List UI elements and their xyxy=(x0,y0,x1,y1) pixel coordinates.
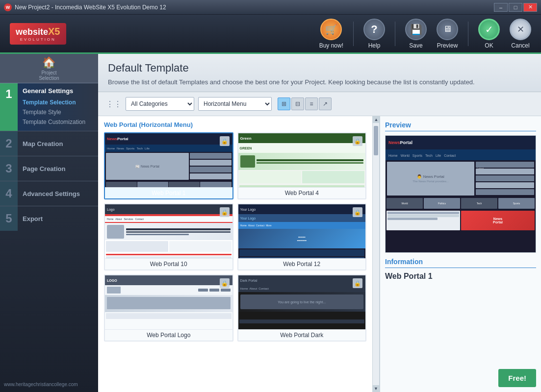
prev-logo: News xyxy=(388,140,400,145)
prev-logo-2: Portal xyxy=(400,140,413,145)
sidebar-section-1: 1 General Settings Template Selection Te… xyxy=(0,83,98,131)
minimize-button[interactable]: – xyxy=(494,3,508,12)
sidebar-template-selection[interactable]: Template Selection xyxy=(23,98,93,107)
app-icon: W xyxy=(4,3,12,11)
toolbar-divider-1 xyxy=(353,22,354,46)
sidebar-page-creation[interactable]: Page Creation xyxy=(23,165,93,172)
ok-button[interactable]: ✓ OK xyxy=(478,19,500,49)
title-bar: W New Project2 - Incomedia WebSite X5 Ev… xyxy=(0,0,541,15)
sidebar-section-3-content: Page Creation xyxy=(18,161,98,176)
logo-area: websiteX5 EVOLUTION xyxy=(10,23,66,45)
sidebar: 🏠 ProjectSelection 1 General Settings Te… xyxy=(0,54,98,392)
window-controls: – □ ✕ xyxy=(494,3,537,12)
template-card-wp12[interactable]: Your Logo Your Logo HomeAboutContactMore xyxy=(237,203,367,270)
grid-preview-container: Web Portal (Horizontal Menu) NewsPortal xyxy=(98,116,541,392)
help-button[interactable]: ? Help xyxy=(363,19,385,49)
toolbar-divider-2 xyxy=(395,22,395,46)
medium-view-button[interactable]: ⊟ xyxy=(291,98,304,110)
toolbar-actions: 🛒 Buy now! ? Help 💾 Save 🖥 Preview ✓ OK … xyxy=(319,19,531,49)
buy-now-label: Buy now! xyxy=(319,42,343,49)
lock-icon-wp1: 🔒 xyxy=(220,136,230,146)
filters-bar: ⋮⋮ All Categories Business Portfolio Blo… xyxy=(98,92,541,116)
sidebar-section-1-content: General Settings Template Selection Temp… xyxy=(18,83,98,131)
save-icon: 💾 xyxy=(405,19,427,40)
menu-filter[interactable]: Horizontal Menu Vertical Menu Mega Menu xyxy=(198,97,272,111)
template-grid-inner: Web Portal (Horizontal Menu) NewsPortal xyxy=(98,116,372,392)
sidebar-general-settings[interactable]: General Settings xyxy=(23,87,93,95)
sidebar-export[interactable]: Export xyxy=(23,215,93,222)
sidebar-footer: www.heritagechristiancollege.com xyxy=(0,375,98,392)
toolbar-divider-3 xyxy=(468,22,468,46)
save-button[interactable]: 💾 Save xyxy=(405,19,427,49)
template-img-wpdark: Dark Portal Home About Contact xyxy=(238,275,366,329)
close-button[interactable]: ✕ xyxy=(523,3,537,12)
sidebar-section-5-content: Export xyxy=(18,211,98,226)
scroll-down-button[interactable]: ▼ xyxy=(373,385,379,392)
logo-evolution: EVOLUTION xyxy=(16,37,60,42)
save-label: Save xyxy=(409,42,422,49)
lock-icon-wplogo: 🔒 xyxy=(220,278,230,288)
preview-button[interactable]: 🖥 Preview xyxy=(437,19,458,49)
sidebar-section-4-content: Advanced Settings xyxy=(18,186,98,201)
sidebar-section-2: 2 Map Creation xyxy=(0,131,98,156)
template-img-wplogo: LOGO xyxy=(105,275,232,329)
sidebar-number-3: 3 xyxy=(0,156,18,181)
template-card-wp10[interactable]: Logo HomeAboutServicesContact xyxy=(104,203,233,270)
template-card-wp4[interactable]: Green GREEN xyxy=(237,132,367,199)
preview-title: Preview xyxy=(385,121,536,131)
sidebar-section-5: 5 Export xyxy=(0,206,98,231)
scrollbar-thumb[interactable] xyxy=(374,126,378,155)
title-bar-left: W New Project2 - Incomedia WebSite X5 Ev… xyxy=(4,3,166,11)
sidebar-map-creation[interactable]: Map Creation xyxy=(23,140,93,147)
project-url: www.heritagechristiancollege.com xyxy=(4,382,78,387)
sidebar-advanced-settings[interactable]: Advanced Settings xyxy=(23,190,93,197)
view-mode-buttons: ⊞ ⊟ ≡ ↗ xyxy=(278,98,332,110)
scroll-up-button[interactable]: ▲ xyxy=(373,116,379,123)
scrollbar: ▲ ▼ xyxy=(372,116,379,392)
category-filter[interactable]: All Categories Business Portfolio Blog E… xyxy=(126,97,194,111)
selected-template-name: Web Portal 1 xyxy=(385,272,536,281)
buy-now-button[interactable]: 🛒 Buy now! xyxy=(319,19,343,49)
list-view-button[interactable]: ≡ xyxy=(305,98,318,110)
sidebar-template-style[interactable]: Template Style xyxy=(23,107,93,117)
page-title: Default Template xyxy=(108,62,531,74)
template-card-wp1[interactable]: NewsPortal HomeNewsSportsTechLife 📰 xyxy=(104,132,233,199)
info-title: Information xyxy=(385,258,536,268)
sidebar-home-button[interactable]: 🏠 ProjectSelection xyxy=(0,54,98,83)
sidebar-number-2: 2 xyxy=(0,131,18,156)
template-label-wp12: Web Portal 12 xyxy=(238,258,366,270)
cancel-label: Cancel xyxy=(511,42,529,49)
cart-icon: 🛒 xyxy=(320,19,342,40)
export-view-button[interactable]: ↗ xyxy=(319,98,332,110)
free-button[interactable]: Free! xyxy=(498,369,536,387)
maximize-button[interactable]: □ xyxy=(509,3,522,12)
sidebar-template-customization[interactable]: Template Customization xyxy=(23,117,93,127)
toolbar: websiteX5 EVOLUTION 🛒 Buy now! ? Help 💾 … xyxy=(0,15,541,54)
main-layout: 🏠 ProjectSelection 1 General Settings Te… xyxy=(0,54,541,392)
home-icon: 🏠 xyxy=(42,56,55,69)
preview-icon: 🖥 xyxy=(437,19,458,40)
template-label-wp1: Web Portal 1 xyxy=(105,187,232,198)
template-card-wpdark[interactable]: Dark Portal Home About Contact xyxy=(237,274,367,342)
help-icon: ? xyxy=(363,19,385,40)
free-btn-container: Free! xyxy=(385,369,536,387)
logo-x5: X5 xyxy=(48,26,60,37)
section-header: Web Portal (Horizontal Menu) xyxy=(100,118,370,130)
content-header: Default Template Browse the list of defa… xyxy=(98,54,541,92)
sidebar-number-4: 4 xyxy=(0,181,18,206)
lock-icon-wp10: 🔒 xyxy=(220,207,230,217)
template-grid: NewsPortal HomeNewsSportsTechLife 📰 xyxy=(100,130,370,345)
template-label-wpdark: Web Portal Dark xyxy=(238,329,366,341)
cancel-button[interactable]: ✕ Cancel xyxy=(510,19,531,49)
template-card-wplogo[interactable]: LOGO xyxy=(104,274,233,342)
sidebar-section-2-content: Map Creation xyxy=(18,136,98,151)
window-title: New Project2 - Incomedia WebSite X5 Evol… xyxy=(15,4,166,11)
logo-text: website xyxy=(16,27,48,37)
template-label-wp4: Web Portal 4 xyxy=(238,187,366,198)
grid-view-button[interactable]: ⊞ xyxy=(278,98,290,110)
template-label-wplogo: Web Portal Logo xyxy=(105,329,232,341)
preview-spacer xyxy=(385,285,536,369)
lock-icon-wpdark: 🔒 xyxy=(353,278,362,288)
preview-image: News Portal HomeWorldSportsTechLifeConta… xyxy=(385,135,536,253)
lock-icon-wp12: 🔒 xyxy=(353,207,362,217)
